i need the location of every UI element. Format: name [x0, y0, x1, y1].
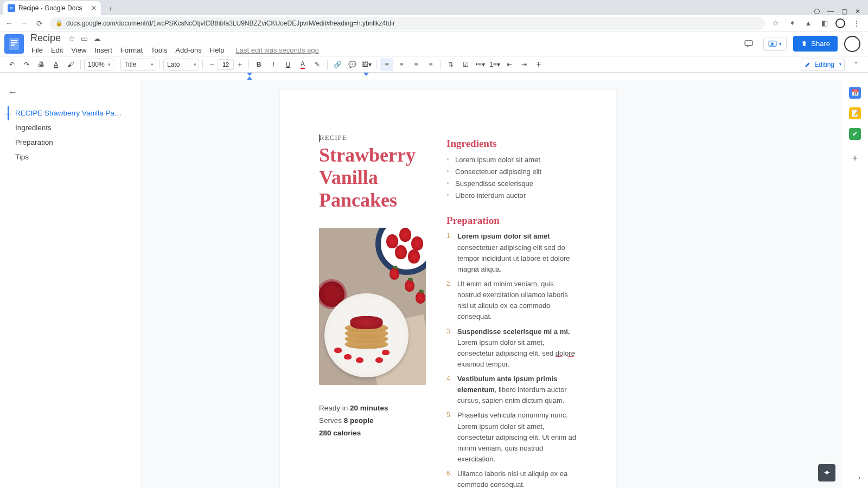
decrease-font-icon[interactable]: −: [206, 59, 217, 70]
docs-logo[interactable]: [4, 34, 24, 54]
outline-item-preparation[interactable]: Preparation: [8, 135, 134, 150]
preparation-heading[interactable]: Preparation: [446, 215, 577, 227]
menu-tools[interactable]: Tools: [148, 45, 170, 55]
account-avatar[interactable]: [844, 36, 860, 52]
account-circle-icon[interactable]: [814, 9, 820, 14]
preparation-steps[interactable]: Lorem ipsum dolor sit amet consectetuer …: [446, 231, 577, 488]
document-canvas[interactable]: RECIPE Strawberry Vanilla Pancakes: [141, 80, 842, 488]
close-tab-icon[interactable]: ✕: [91, 4, 97, 12]
insert-image-icon[interactable]: 🖼▾: [360, 58, 373, 71]
menu-insert[interactable]: Insert: [91, 45, 116, 55]
address-bar[interactable]: 🔒 docs.google.com/document/d/1wcPSKcsNcO…: [50, 17, 765, 30]
italic-icon[interactable]: I: [267, 58, 280, 71]
svg-rect-2: [11, 42, 17, 43]
outline-item-tips[interactable]: Tips: [8, 150, 134, 164]
add-addon-icon[interactable]: +: [852, 153, 858, 164]
zoom-select[interactable]: 100%: [84, 59, 113, 70]
chrome-menu-icon[interactable]: ⋮: [851, 18, 861, 29]
redo-icon[interactable]: ↷: [20, 58, 33, 71]
spellcheck-icon[interactable]: A̲: [49, 58, 62, 71]
font-size-input[interactable]: [218, 59, 234, 70]
indent-marker-top[interactable]: [247, 73, 252, 76]
last-edit-status[interactable]: Last edit was seconds ago: [233, 45, 322, 55]
share-button[interactable]: Share: [793, 36, 838, 52]
close-window-icon[interactable]: ✕: [855, 8, 860, 15]
bold-icon[interactable]: B: [252, 58, 265, 71]
checklist-icon[interactable]: ☑: [459, 58, 472, 71]
paint-format-icon[interactable]: 🖌: [64, 58, 77, 71]
bullet-list-icon[interactable]: •≡▾: [474, 58, 487, 71]
ingredients-heading[interactable]: Ingredients: [446, 138, 577, 150]
clear-formatting-icon[interactable]: T: [532, 58, 545, 71]
text-color-icon[interactable]: A: [296, 58, 309, 71]
highlight-icon[interactable]: ✎: [311, 58, 324, 71]
number-list-icon[interactable]: 1≡▾: [488, 58, 501, 71]
docs-header: Recipe ☆ ▭ ☁ File Edit View Insert Forma…: [0, 31, 868, 56]
profile-icon[interactable]: [835, 18, 845, 28]
outline-collapse-icon[interactable]: ←: [8, 87, 17, 98]
extensions-icon[interactable]: ✦: [787, 18, 797, 29]
menu-file[interactable]: File: [28, 45, 46, 55]
maximize-icon[interactable]: ▢: [841, 8, 847, 15]
rail-expand-icon[interactable]: ›: [858, 473, 860, 481]
indent-marker-bottom[interactable]: [247, 76, 252, 80]
lock-icon: 🔒: [55, 20, 63, 27]
insert-comment-icon[interactable]: 💬: [346, 58, 359, 71]
menu-addons[interactable]: Add-ons: [172, 45, 205, 55]
font-select[interactable]: Lato: [163, 59, 199, 70]
outline-item-ingredients[interactable]: Ingredients: [8, 120, 134, 135]
back-icon[interactable]: ←: [4, 19, 14, 28]
recipe-image[interactable]: [319, 228, 426, 385]
svg-rect-1: [11, 40, 17, 41]
recipe-meta[interactable]: Ready in 20 minutes Serves 8 people 280 …: [319, 402, 426, 440]
decrease-indent-icon[interactable]: ⇤: [503, 58, 516, 71]
align-center-icon[interactable]: ≡: [395, 58, 408, 71]
menu-view[interactable]: View: [68, 45, 90, 55]
ingredients-list[interactable]: Lorem ipsum dolor sit amet Consectetuer …: [446, 154, 577, 202]
increase-indent-icon[interactable]: ⇥: [518, 58, 531, 71]
align-right-icon[interactable]: ≡: [410, 58, 423, 71]
document-title[interactable]: Recipe: [28, 32, 63, 44]
calendar-icon[interactable]: 📅: [849, 87, 861, 99]
svg-rect-4: [745, 41, 753, 46]
side-rail: 📅 📝 ✔ +: [842, 80, 868, 488]
menu-format[interactable]: Format: [117, 45, 146, 55]
explore-button[interactable]: ✦: [818, 464, 835, 481]
right-indent-marker[interactable]: [363, 73, 369, 76]
move-icon[interactable]: ▭: [81, 34, 88, 43]
print-icon[interactable]: 🖶: [35, 58, 48, 71]
new-tab-button[interactable]: +: [104, 2, 117, 15]
recipe-eyebrow[interactable]: RECIPE: [319, 133, 426, 142]
outline-panel: ← RECIPE Strawberry Vanilla Pa… Ingredie…: [0, 80, 141, 488]
share-label: Share: [811, 40, 830, 48]
collapse-toolbar-icon[interactable]: ⌃: [850, 58, 863, 71]
present-button[interactable]: ▾: [763, 37, 787, 51]
align-left-icon[interactable]: ≡: [380, 58, 393, 71]
star-icon[interactable]: ☆: [68, 34, 75, 43]
side-panel-icon[interactable]: ◧: [819, 18, 830, 29]
menu-help[interactable]: Help: [207, 45, 228, 55]
outline-item-title[interactable]: RECIPE Strawberry Vanilla Pa…: [8, 106, 134, 120]
increase-font-icon[interactable]: +: [234, 59, 245, 70]
bookmark-icon[interactable]: ☆: [770, 18, 781, 29]
reload-icon[interactable]: ⟳: [35, 19, 44, 28]
paragraph-style-select[interactable]: Title: [120, 59, 156, 70]
browser-tab[interactable]: ≡ Recipe - Google Docs ✕: [3, 1, 101, 15]
minimize-icon[interactable]: —: [827, 8, 834, 15]
cloud-status-icon[interactable]: ☁: [93, 34, 101, 43]
extension-item-icon[interactable]: ▲: [803, 18, 814, 29]
tasks-icon[interactable]: ✔: [849, 128, 861, 140]
format-toolbar: ↶ ↷ 🖶 A̲ 🖌 100% Title Lato − + B I U A ✎…: [0, 56, 868, 73]
align-justify-icon[interactable]: ≡: [424, 58, 437, 71]
undo-icon[interactable]: ↶: [5, 58, 18, 71]
insert-link-icon[interactable]: 🔗: [331, 58, 344, 71]
comment-history-icon[interactable]: [741, 36, 757, 52]
page[interactable]: RECIPE Strawberry Vanilla Pancakes: [280, 90, 616, 488]
underline-icon[interactable]: U: [282, 58, 295, 71]
ruler[interactable]: [141, 73, 841, 80]
line-spacing-icon[interactable]: ⇅: [444, 58, 457, 71]
editing-mode-select[interactable]: Editing: [801, 59, 845, 70]
recipe-title[interactable]: Strawberry Vanilla Pancakes: [319, 144, 426, 211]
menu-edit[interactable]: Edit: [48, 45, 66, 55]
keep-icon[interactable]: 📝: [849, 107, 861, 119]
